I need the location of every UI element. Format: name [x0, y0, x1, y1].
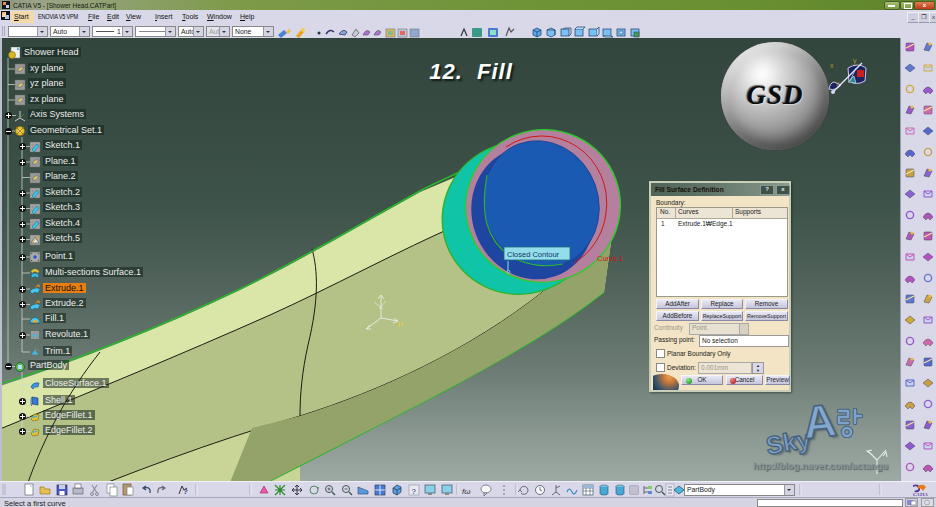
- svg-text:y: y: [836, 80, 839, 86]
- svg-text:x: x: [830, 62, 834, 69]
- svg-text:Curve.1: Curve.1: [597, 254, 623, 263]
- svg-text:H: H: [398, 321, 403, 328]
- svg-text:fω: fω: [462, 487, 470, 496]
- svg-text:?: ?: [412, 487, 417, 496]
- svg-text:Closed Contour: Closed Contour: [507, 250, 560, 259]
- svg-text:?: ?: [183, 487, 188, 496]
- svg-text:y: y: [853, 57, 857, 65]
